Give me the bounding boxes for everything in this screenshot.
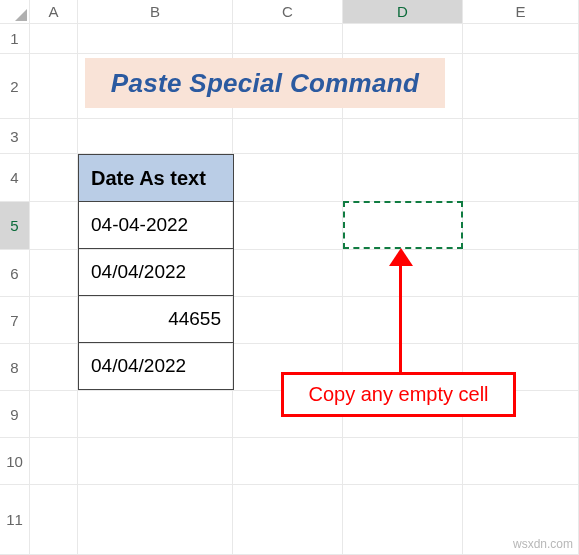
cell[interactable] [78,24,233,54]
cell[interactable] [233,119,343,154]
cell[interactable] [463,119,579,154]
cell[interactable] [233,438,343,485]
watermark: wsxdn.com [513,537,573,551]
cell[interactable] [233,202,343,250]
page-title: Paste Special Command [111,68,419,99]
table-row[interactable]: 44655 [79,296,234,343]
cell[interactable] [30,438,78,485]
cell[interactable] [343,485,463,555]
cell[interactable] [233,485,343,555]
cell[interactable] [78,438,233,485]
cell[interactable] [30,250,78,297]
cell[interactable] [30,24,78,54]
cell[interactable] [343,154,463,202]
callout-box: Copy any empty cell [281,372,516,417]
data-table: Date As text 04-04-2022 04/04/2022 44655… [78,154,234,390]
row-header-2[interactable]: 2 [0,54,30,119]
cell[interactable] [233,297,343,344]
cell[interactable] [30,119,78,154]
row-header-1[interactable]: 1 [0,24,30,54]
cell[interactable] [463,250,579,297]
row-header-8[interactable]: 8 [0,344,30,391]
table-row[interactable]: 04-04-2022 [79,202,234,249]
cell[interactable] [463,438,579,485]
cell[interactable] [463,154,579,202]
row-header-3[interactable]: 3 [0,119,30,154]
cell[interactable] [30,54,78,119]
table-header[interactable]: Date As text [79,155,234,202]
cell[interactable] [78,119,233,154]
table-row[interactable]: 04/04/2022 [79,343,234,390]
cell[interactable] [30,297,78,344]
row-header-11[interactable]: 11 [0,485,30,555]
row-header-10[interactable]: 10 [0,438,30,485]
col-header-e[interactable]: E [463,0,579,24]
row-header-5[interactable]: 5 [0,202,30,250]
row-header-6[interactable]: 6 [0,250,30,297]
cell[interactable] [463,297,579,344]
cell[interactable] [233,24,343,54]
row-header-7[interactable]: 7 [0,297,30,344]
row-header-9[interactable]: 9 [0,391,30,438]
cell[interactable] [78,391,233,438]
cell[interactable] [30,344,78,391]
cell[interactable] [233,154,343,202]
cell[interactable] [463,202,579,250]
cell[interactable] [463,54,579,119]
cell[interactable] [233,250,343,297]
arrow-line-icon [399,253,402,372]
callout-text: Copy any empty cell [308,383,488,406]
cell[interactable] [463,24,579,54]
cell[interactable] [30,391,78,438]
cell[interactable] [30,485,78,555]
cell[interactable] [343,119,463,154]
select-all-corner[interactable] [0,0,30,24]
cell[interactable] [343,438,463,485]
cell[interactable] [30,154,78,202]
col-header-b[interactable]: B [78,0,233,24]
copy-marquee[interactable] [343,201,463,249]
col-header-c[interactable]: C [233,0,343,24]
cell[interactable] [343,297,463,344]
row-header-4[interactable]: 4 [0,154,30,202]
table-row[interactable]: 04/04/2022 [79,249,234,296]
cell[interactable] [78,485,233,555]
arrow-head-icon [389,248,413,266]
col-header-d[interactable]: D [343,0,463,24]
cell[interactable] [30,202,78,250]
title-banner: Paste Special Command [85,58,445,108]
col-header-a[interactable]: A [30,0,78,24]
cell[interactable] [343,24,463,54]
